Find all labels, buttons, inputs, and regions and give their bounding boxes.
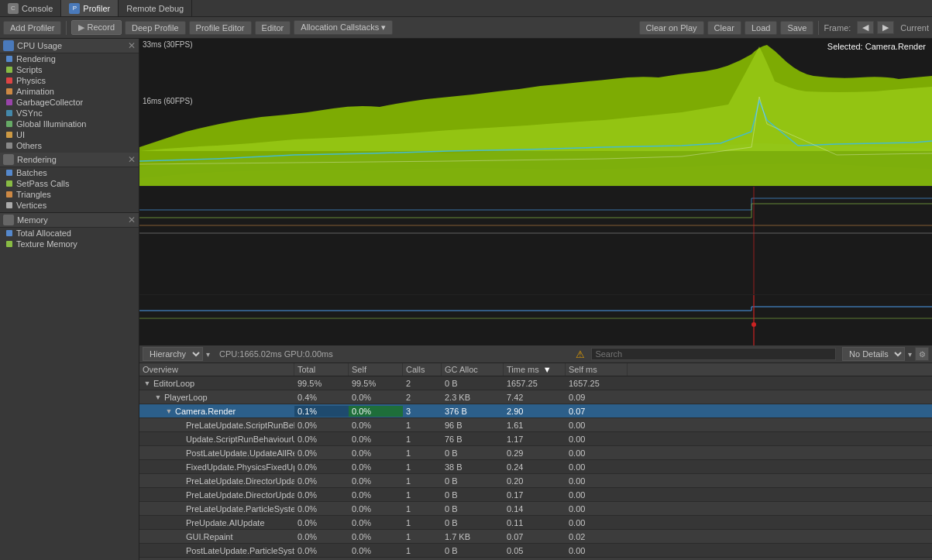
th-overview[interactable]: Overview [139, 363, 294, 376]
tab-profiler[interactable]: P Profiler [61, 0, 119, 16]
tab-remote-debug[interactable]: Remote Debug [119, 0, 192, 16]
expand-button[interactable] [175, 462, 184, 472]
expand-button[interactable] [175, 546, 184, 555]
td-gcalloc: 376 B [442, 406, 504, 417]
table-row[interactable]: PostLateUpdate.UpdateAllRer 0.0% 0.0% 1 … [139, 446, 932, 460]
left-item-texture-memory[interactable]: Texture Memory [0, 239, 139, 249]
left-item-batches[interactable]: Batches [0, 167, 139, 178]
table-row[interactable]: GUI.Repaint 0.0% 0.0% 1 1.7 KB 0.07 0.02 [139, 530, 932, 544]
expand-button[interactable] [175, 448, 184, 458]
th-selfms[interactable]: Self ms [566, 363, 628, 376]
expand-button[interactable] [175, 421, 184, 430]
left-item-animation[interactable]: Animation [0, 86, 139, 97]
expand-button[interactable] [175, 518, 184, 527]
td-calls: 1 [403, 545, 442, 556]
rendering-section-header[interactable]: Rendering ✕ [0, 153, 139, 167]
table-row[interactable]: ▼ Camera.Render 0.1% 0.0% 3 376 B 2.90 0… [139, 404, 932, 418]
expand-button[interactable]: ▼ [164, 407, 174, 416]
cpu-items-list: Rendering Scripts Physics Animation Garb… [0, 53, 139, 151]
editor-button[interactable]: Editor [255, 21, 291, 35]
th-total[interactable]: Total [294, 363, 349, 376]
th-timems[interactable]: Time ms ▼ [504, 363, 566, 376]
cpu-icon [3, 40, 14, 51]
table-row[interactable]: PreLateUpdate.DirectorUpdat 0.0% 0.0% 1 … [139, 474, 932, 488]
table-row[interactable]: Update.ScriptRunBehaviourU 0.0% 0.0% 1 7… [139, 432, 932, 446]
cpu-section-close[interactable]: ✕ [128, 41, 136, 50]
expand-button[interactable] [175, 532, 184, 541]
table-row[interactable]: ▼ EditorLoop 99.5% 99.5% 2 0 B 1657.25 1… [139, 376, 932, 390]
th-calls[interactable]: Calls [403, 363, 442, 376]
th-gcalloc[interactable]: GC Alloc [442, 363, 504, 376]
td-calls: 1 [403, 490, 442, 500]
td-timems: 0.05 [504, 545, 566, 556]
scripts-label: Scripts [16, 65, 43, 74]
clear-button[interactable]: Clear [707, 21, 741, 35]
left-item-others[interactable]: Others [0, 140, 139, 151]
table-row[interactable]: PreUpdate.AIUpdate 0.0% 0.0% 1 0 B 0.11 … [139, 516, 932, 530]
td-self: 0.0% [349, 448, 403, 459]
details-dropdown-arrow: ▾ [908, 350, 912, 359]
left-item-scripts[interactable]: Scripts [0, 64, 139, 75]
expand-button[interactable]: ▼ [153, 393, 163, 402]
td-self: 0.0% [349, 531, 403, 542]
table-row[interactable]: PreLateUpdate.DirectorUpdat 0.0% 0.0% 1 … [139, 488, 932, 502]
left-item-gi[interactable]: Global Illumination [0, 119, 139, 129]
left-item-gc[interactable]: GarbageCollector [0, 97, 139, 108]
vsync-color [6, 110, 12, 116]
rendering-section-close[interactable]: ✕ [128, 155, 136, 164]
save-button[interactable]: Save [780, 21, 813, 35]
settings-button[interactable]: ⚙ [915, 347, 929, 361]
left-item-setpass[interactable]: SetPass Calls [0, 178, 139, 189]
tab-console[interactable]: C Console [0, 0, 61, 16]
allocation-callstacks-button[interactable]: Allocation Callstacks ▾ [294, 20, 393, 35]
expand-button[interactable]: ▼ [143, 379, 152, 388]
vertices-label: Vertices [16, 201, 46, 210]
left-item-triangles[interactable]: Triangles [0, 189, 139, 200]
td-selfms: 0.09 [566, 392, 628, 403]
td-gcalloc: 0 B [442, 378, 504, 389]
td-overview: FixedUpdate.PhysicsFixedUpd [139, 462, 294, 472]
hierarchy-select[interactable]: Hierarchy [143, 347, 203, 361]
memory-items-list: Total Allocated Texture Memory [0, 228, 139, 249]
table-row[interactable]: ▼ PlayerLoop 0.4% 0.0% 2 2.3 KB 7.42 0.0… [139, 390, 932, 404]
cpu-section-header[interactable]: CPU Usage ✕ [0, 39, 139, 53]
th-self[interactable]: Self [349, 363, 403, 376]
table-row[interactable]: PreLateUpdate.ScriptRunBeh. 0.0% 0.0% 1 … [139, 418, 932, 432]
td-timems: 0.07 [504, 531, 566, 542]
deep-profile-button[interactable]: Deep Profile [125, 21, 186, 35]
expand-button[interactable] [175, 504, 184, 514]
table-row[interactable]: PreLateUpdate.ParticleSyster 0.0% 0.0% 1… [139, 502, 932, 516]
left-item-total-allocated[interactable]: Total Allocated [0, 228, 139, 239]
frame-prev-button[interactable]: ◀ [857, 21, 874, 34]
profile-editor-button[interactable]: Profile Editor [189, 21, 252, 35]
details-dropdown[interactable]: No Details [842, 347, 905, 361]
expand-button[interactable] [175, 490, 184, 500]
load-button[interactable]: Load [745, 21, 777, 35]
table-container: Overview Total Self Calls GC Alloc [139, 363, 932, 560]
clear-on-play-button[interactable]: Clear on Play [639, 21, 704, 35]
record-button[interactable]: Record [71, 20, 122, 35]
frame-next-button[interactable]: ▶ [877, 21, 894, 34]
td-total: 0.0% [294, 545, 349, 556]
left-item-vsync[interactable]: VSYnc [0, 108, 139, 119]
td-self: 0.0% [349, 490, 403, 500]
table-row[interactable]: FixedUpdate.PhysicsFixedUpd 0.0% 0.0% 1 … [139, 460, 932, 474]
row-name: PreLateUpdate.ParticleSyster [186, 504, 294, 514]
expand-button[interactable] [175, 476, 184, 486]
td-self: 0.0% [349, 545, 403, 556]
td-selfms: 0.00 [566, 420, 628, 431]
search-input[interactable] [591, 348, 836, 360]
left-item-physics[interactable]: Physics [0, 75, 139, 86]
row-name: PreUpdate.AIUpdate [186, 518, 265, 527]
cpu-section-title: CPU Usage [17, 41, 62, 50]
memory-section-close[interactable]: ✕ [128, 215, 136, 225]
expand-button[interactable] [175, 435, 184, 444]
td-self: 0.0% [349, 517, 403, 528]
add-profiler-button[interactable]: Add Profiler [3, 21, 61, 35]
table-row[interactable]: PostLateUpdate.ParticleSyst 0.0% 0.0% 1 … [139, 544, 932, 558]
td-gcalloc: 96 B [442, 420, 504, 431]
left-item-ui[interactable]: UI [0, 129, 139, 140]
memory-section-header[interactable]: Memory ✕ [0, 213, 139, 228]
left-item-rendering[interactable]: Rendering [0, 53, 139, 64]
left-item-vertices[interactable]: Vertices [0, 200, 139, 211]
